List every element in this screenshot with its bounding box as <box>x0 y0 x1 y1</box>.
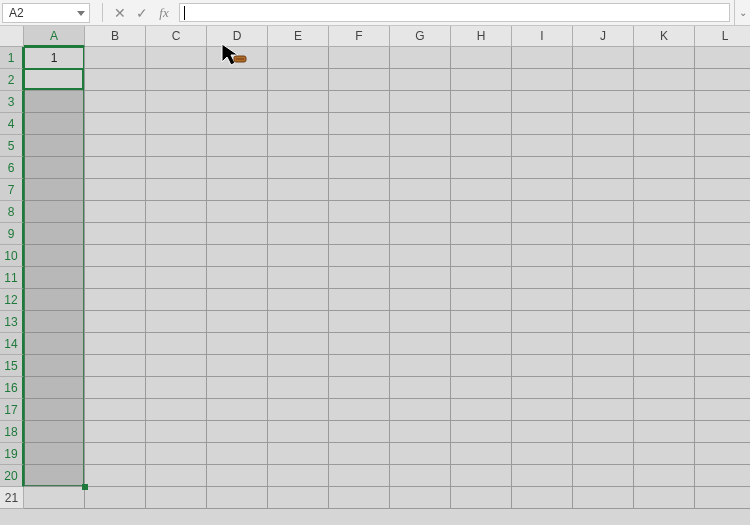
cell-A4[interactable] <box>24 113 85 135</box>
cell-E9[interactable] <box>268 223 329 245</box>
cell-J10[interactable] <box>573 245 634 267</box>
cell-K2[interactable] <box>634 69 695 91</box>
column-header-C[interactable]: C <box>146 26 207 47</box>
cells-area[interactable]: 1 <box>24 47 750 509</box>
cell-D11[interactable] <box>207 267 268 289</box>
cell-J9[interactable] <box>573 223 634 245</box>
cell-E3[interactable] <box>268 91 329 113</box>
cell-C5[interactable] <box>146 135 207 157</box>
name-box[interactable]: A2 <box>2 3 90 23</box>
cell-K12[interactable] <box>634 289 695 311</box>
cell-B14[interactable] <box>85 333 146 355</box>
cell-A17[interactable] <box>24 399 85 421</box>
cell-K11[interactable] <box>634 267 695 289</box>
cell-L15[interactable] <box>695 355 750 377</box>
cell-B13[interactable] <box>85 311 146 333</box>
cell-K1[interactable] <box>634 47 695 69</box>
cell-A15[interactable] <box>24 355 85 377</box>
cell-F21[interactable] <box>329 487 390 509</box>
cell-G18[interactable] <box>390 421 451 443</box>
cell-K8[interactable] <box>634 201 695 223</box>
cell-B8[interactable] <box>85 201 146 223</box>
cell-F2[interactable] <box>329 69 390 91</box>
cell-G7[interactable] <box>390 179 451 201</box>
cell-B19[interactable] <box>85 443 146 465</box>
row-header-19[interactable]: 19 <box>0 443 24 465</box>
column-header-F[interactable]: F <box>329 26 390 47</box>
column-header-H[interactable]: H <box>451 26 512 47</box>
cell-H12[interactable] <box>451 289 512 311</box>
row-header-4[interactable]: 4 <box>0 113 24 135</box>
cell-A12[interactable] <box>24 289 85 311</box>
cell-G11[interactable] <box>390 267 451 289</box>
cell-E12[interactable] <box>268 289 329 311</box>
enter-button[interactable]: ✓ <box>131 0 153 25</box>
cell-I8[interactable] <box>512 201 573 223</box>
cell-C7[interactable] <box>146 179 207 201</box>
cell-L17[interactable] <box>695 399 750 421</box>
cell-K3[interactable] <box>634 91 695 113</box>
cell-C6[interactable] <box>146 157 207 179</box>
cell-G17[interactable] <box>390 399 451 421</box>
cell-G12[interactable] <box>390 289 451 311</box>
row-header-3[interactable]: 3 <box>0 91 24 113</box>
cell-D5[interactable] <box>207 135 268 157</box>
cell-D12[interactable] <box>207 289 268 311</box>
cell-I7[interactable] <box>512 179 573 201</box>
cell-B12[interactable] <box>85 289 146 311</box>
row-header-5[interactable]: 5 <box>0 135 24 157</box>
cell-C13[interactable] <box>146 311 207 333</box>
cell-L4[interactable] <box>695 113 750 135</box>
cell-E13[interactable] <box>268 311 329 333</box>
row-header-12[interactable]: 12 <box>0 289 24 311</box>
cell-J2[interactable] <box>573 69 634 91</box>
column-header-J[interactable]: J <box>573 26 634 47</box>
cell-I4[interactable] <box>512 113 573 135</box>
cell-J6[interactable] <box>573 157 634 179</box>
cell-L21[interactable] <box>695 487 750 509</box>
cell-H6[interactable] <box>451 157 512 179</box>
cell-G19[interactable] <box>390 443 451 465</box>
cell-B18[interactable] <box>85 421 146 443</box>
cell-L19[interactable] <box>695 443 750 465</box>
cell-H4[interactable] <box>451 113 512 135</box>
cell-C16[interactable] <box>146 377 207 399</box>
cell-D9[interactable] <box>207 223 268 245</box>
cell-J11[interactable] <box>573 267 634 289</box>
cell-D21[interactable] <box>207 487 268 509</box>
cell-K15[interactable] <box>634 355 695 377</box>
cell-C15[interactable] <box>146 355 207 377</box>
cell-H18[interactable] <box>451 421 512 443</box>
row-header-15[interactable]: 15 <box>0 355 24 377</box>
cell-H8[interactable] <box>451 201 512 223</box>
cell-A19[interactable] <box>24 443 85 465</box>
cell-J1[interactable] <box>573 47 634 69</box>
cell-D6[interactable] <box>207 157 268 179</box>
cell-E20[interactable] <box>268 465 329 487</box>
cell-J4[interactable] <box>573 113 634 135</box>
cell-L11[interactable] <box>695 267 750 289</box>
cell-H14[interactable] <box>451 333 512 355</box>
row-header-16[interactable]: 16 <box>0 377 24 399</box>
select-all-corner[interactable] <box>0 26 24 47</box>
cell-B5[interactable] <box>85 135 146 157</box>
cell-H1[interactable] <box>451 47 512 69</box>
cell-E8[interactable] <box>268 201 329 223</box>
cell-J3[interactable] <box>573 91 634 113</box>
cell-C14[interactable] <box>146 333 207 355</box>
cell-A9[interactable] <box>24 223 85 245</box>
cell-H21[interactable] <box>451 487 512 509</box>
cell-L2[interactable] <box>695 69 750 91</box>
cell-G21[interactable] <box>390 487 451 509</box>
column-header-K[interactable]: K <box>634 26 695 47</box>
cell-I10[interactable] <box>512 245 573 267</box>
column-header-G[interactable]: G <box>390 26 451 47</box>
cell-A18[interactable] <box>24 421 85 443</box>
cell-I21[interactable] <box>512 487 573 509</box>
cell-H16[interactable] <box>451 377 512 399</box>
row-header-1[interactable]: 1 <box>0 47 24 69</box>
cell-D17[interactable] <box>207 399 268 421</box>
cell-C19[interactable] <box>146 443 207 465</box>
cell-F3[interactable] <box>329 91 390 113</box>
cell-L12[interactable] <box>695 289 750 311</box>
